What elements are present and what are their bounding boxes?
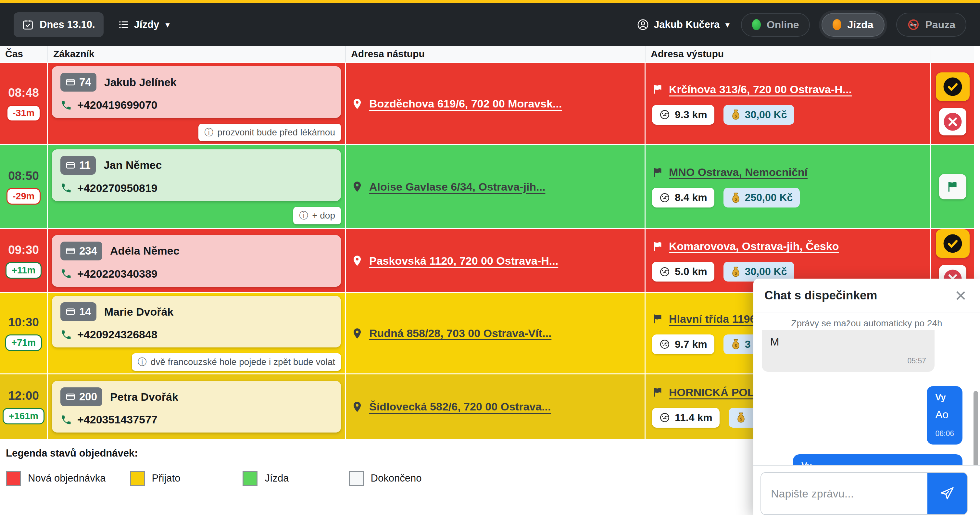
column-header-actions: [931, 46, 974, 62]
pickup-address-link[interactable]: Bozděchova 619/6, 702 00 Moravsk...: [369, 97, 562, 110]
paper-plane-icon: [939, 486, 955, 501]
ride-time: 08:50: [8, 169, 39, 183]
ride-note: ⓘ prozvonit bude před lékárnou: [199, 124, 341, 141]
legend-swatch-done: [349, 471, 364, 486]
check-circle-icon: [943, 234, 963, 254]
chat-message-input[interactable]: [761, 473, 928, 514]
pickup-cell: Paskovská 1120, 720 00 Ostrava-H...: [346, 229, 646, 292]
customer-phone: +420924326848: [60, 328, 332, 341]
pickup-address-link[interactable]: Šídlovecká 582/6, 720 00 Ostrava...: [369, 401, 551, 413]
send-message-button[interactable]: [928, 473, 967, 514]
app-window: Dnes 13.10. Jízdy ▾ Jakub Kučera ▾: [0, 0, 980, 515]
cancel-ride-button[interactable]: [939, 108, 966, 135]
status-pause-button[interactable]: Pauza: [896, 13, 966, 37]
dropoff-address-link[interactable]: Krčínova 313/6, 720 00 Ostrava-H...: [669, 83, 852, 96]
online-dot-icon: [752, 19, 761, 30]
ride-dot-icon: [832, 19, 842, 30]
info-icon: ⓘ: [299, 210, 308, 222]
dropoff-address-link[interactable]: HORNICKÁ POLI: [669, 386, 757, 399]
check-circle-icon: [943, 76, 963, 97]
dropoff-cell: MNO Ostrava, Nemocniční 8.4 km $ 250,00 …: [646, 145, 931, 228]
customer-cell: 74 Jakub Jelínek +420419699070 ⓘ prozvon…: [48, 63, 346, 144]
column-header-dropoff: Adresa výstupu: [646, 46, 931, 62]
time-cell: 10:30 +71m: [0, 293, 48, 374]
dropoff-address-link[interactable]: Komarovova, Ostrava-jih, Česko: [669, 240, 839, 253]
time-cell: 08:48 -31m: [0, 63, 48, 144]
time-cell: 12:00 +161m: [0, 374, 48, 439]
flag-icon: [652, 83, 664, 95]
actions-cell: [931, 145, 974, 228]
phone-icon: [60, 268, 72, 280]
table-header: Čas Zákazník Adresa nástupu Adresa výstu…: [0, 46, 974, 62]
customer-card: 14 Marie Dvořák +420924326848: [52, 296, 341, 347]
delay-badge: +161m: [3, 408, 45, 424]
chat-messages: M 05:57 Vy Ao 06:06 Vy Dobry den, mam do…: [753, 330, 980, 465]
customer-name: Marie Dvořák: [104, 305, 174, 318]
list-icon: [118, 19, 129, 30]
ride-time: 12:00: [8, 389, 39, 403]
accept-ride-button[interactable]: [936, 229, 970, 258]
dropoff-address-link[interactable]: Hlavní třída 1196: [669, 313, 756, 325]
money-bag-icon: $: [736, 412, 746, 423]
chat-title: Chat s dispečinkem: [764, 289, 877, 302]
customer-name: Adéla Němec: [110, 245, 180, 257]
car-number-badge: 234: [60, 242, 102, 261]
rides-menu-label: Jízdy: [134, 19, 159, 30]
map-pin-icon: [351, 401, 363, 413]
money-bag-icon: $: [730, 109, 741, 121]
customer-phone: +420419699070: [60, 99, 332, 111]
status-online-button[interactable]: Online: [741, 13, 810, 37]
message-timestamp: 06:06: [935, 429, 954, 438]
distance-badge: 9.7 km: [652, 334, 714, 354]
customer-name: Jan Němec: [103, 159, 162, 172]
customer-cell: 14 Marie Dvořák +420924326848 ⓘ dvě fran…: [48, 293, 346, 374]
chat-message-outgoing: Vy Ao 06:06: [927, 386, 963, 445]
topbar: Dnes 13.10. Jízdy ▾ Jakub Kučera ▾: [0, 3, 980, 46]
status-ride-button[interactable]: Jízda: [821, 13, 884, 37]
user-name: Jakub Kučera: [654, 19, 719, 30]
close-icon[interactable]: ×: [953, 286, 968, 305]
chevron-down-icon: ▾: [165, 21, 170, 29]
customer-cell: 200 Petra Dvořák +420351437577: [48, 374, 346, 439]
legend-item-accepted: Přijato: [130, 471, 181, 486]
flag-icon: [652, 241, 664, 252]
legend-item-new: Nová objednávka: [6, 471, 106, 486]
table-row: 08:50 -29m 11 Jan Němec: [0, 144, 974, 228]
accept-ride-button[interactable]: [936, 72, 970, 101]
rides-menu[interactable]: Jízdy ▾: [118, 19, 170, 30]
date-button[interactable]: Dnes 13.10.: [14, 12, 103, 37]
customer-card: 74 Jakub Jelínek +420419699070: [52, 66, 341, 118]
chat-message-incoming: M 05:57: [762, 330, 935, 372]
pickup-address-link[interactable]: Aloise Gavlase 6/34, Ostrava-jih...: [369, 181, 545, 193]
svg-text:$: $: [740, 417, 742, 421]
pickup-cell: Bozděchova 619/6, 702 00 Moravsk...: [346, 63, 646, 144]
chat-message-outgoing: Vy Dobry den, mam dotaz k jizde 08:59: [793, 454, 963, 465]
column-header-customer: Zákazník: [48, 46, 346, 62]
ride-note: ⓘ dvě francouzské hole pojede i zpět bud…: [132, 353, 341, 371]
svg-text:$: $: [735, 271, 737, 275]
car-number-badge: 11: [60, 156, 96, 175]
message-timestamp: 05:57: [770, 356, 926, 365]
delay-badge: +71m: [5, 334, 42, 351]
car-number-badge: 14: [60, 302, 97, 321]
card-icon: [65, 161, 75, 170]
money-bag-icon: $: [730, 192, 741, 203]
column-header-time: Čas: [0, 46, 48, 62]
chat-scrollbar-thumb[interactable]: [974, 391, 978, 465]
delay-badge: -31m: [6, 105, 41, 121]
legend-swatch-ride: [243, 471, 258, 486]
customer-phone: +420351437577: [60, 413, 332, 426]
date-button-label: Dnes 13.10.: [40, 19, 95, 30]
user-menu[interactable]: Jakub Kučera ▾: [637, 19, 729, 31]
customer-card: 11 Jan Němec +420270950819: [52, 149, 341, 201]
pickup-cell: Aloise Gavlase 6/34, Ostrava-jih...: [346, 145, 646, 228]
speedometer-icon: [659, 412, 670, 423]
status-pause-label: Pauza: [926, 19, 955, 31]
pickup-address-link[interactable]: Rudná 858/28, 703 00 Ostrava-Vít...: [369, 327, 551, 340]
dropoff-cell: Krčínova 313/6, 720 00 Ostrava-H... 9.3 …: [646, 63, 931, 144]
finish-ride-button[interactable]: [939, 174, 966, 199]
legend-swatch-new: [6, 471, 21, 486]
map-pin-icon: [351, 254, 363, 267]
dropoff-address-link[interactable]: MNO Ostrava, Nemocniční: [669, 166, 808, 179]
pickup-address-link[interactable]: Paskovská 1120, 720 00 Ostrava-H...: [369, 254, 558, 267]
